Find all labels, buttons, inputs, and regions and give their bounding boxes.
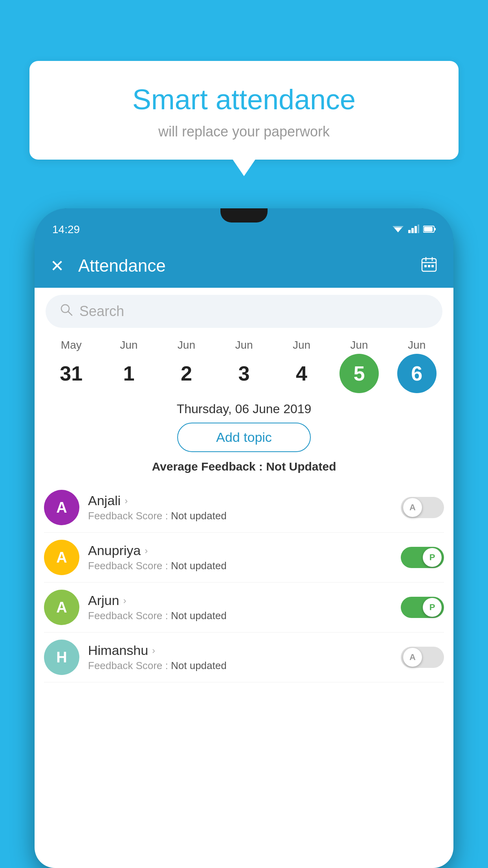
attendance-toggle[interactable]: P (401, 597, 444, 618)
list-item: H Himanshu › Feedback Score : Not update… (44, 633, 444, 682)
status-icons (392, 223, 436, 236)
calendar-day-4[interactable]: Jun 4 (276, 339, 327, 393)
speech-bubble: Smart attendance will replace your paper… (29, 61, 459, 160)
calendar-day-6[interactable]: Jun 6 (391, 339, 442, 393)
svg-point-16 (61, 305, 69, 313)
toggle-knob: P (423, 598, 442, 617)
list-item: A Anjali › Feedback Score : Not updated … (44, 483, 444, 533)
battery-icon (423, 224, 436, 236)
student-name: Arjun › (88, 593, 392, 608)
svg-rect-15 (431, 265, 434, 267)
speech-bubble-container: Smart attendance will replace your paper… (29, 61, 459, 160)
phone-screen: Search May 31 Jun 1 Jun 2 Jun 3 Jun (35, 288, 453, 868)
svg-rect-14 (428, 265, 430, 267)
svg-marker-1 (393, 226, 404, 232)
feedback-score: Feedback Score : Not updated (88, 510, 392, 522)
svg-rect-2 (408, 230, 411, 233)
calendar-day-2[interactable]: Jun 2 (161, 339, 212, 393)
chevron-right-icon: › (145, 545, 148, 556)
search-icon (60, 303, 73, 320)
avatar: A (44, 540, 79, 575)
svg-rect-8 (424, 227, 433, 232)
list-item: A Anupriya › Feedback Score : Not update… (44, 533, 444, 583)
student-name: Anjali › (88, 493, 392, 508)
notch (220, 208, 268, 223)
calendar-day-1[interactable]: Jun 1 (103, 339, 154, 393)
toggle-knob: P (423, 548, 442, 567)
list-item: A Arjun › Feedback Score : Not updated P (44, 583, 444, 633)
svg-rect-5 (418, 224, 419, 233)
feedback-score: Feedback Score : Not updated (88, 560, 392, 572)
close-button[interactable]: ✕ (50, 256, 64, 276)
feedback-score: Feedback Score : Not updated (88, 660, 392, 672)
status-time: 14:29 (52, 223, 80, 236)
calendar-day-0[interactable]: May 31 (46, 339, 97, 393)
svg-rect-13 (424, 265, 427, 267)
avatar: A (44, 490, 79, 525)
svg-rect-4 (415, 226, 417, 233)
chevron-right-icon: › (123, 595, 126, 606)
student-info[interactable]: Anupriya › Feedback Score : Not updated (88, 543, 392, 572)
app-bar: ✕ Attendance (35, 244, 453, 288)
avatar: A (44, 590, 79, 625)
student-info[interactable]: Himanshu › Feedback Score : Not updated (88, 643, 392, 672)
signal-icon (408, 223, 419, 236)
student-info[interactable]: Anjali › Feedback Score : Not updated (88, 493, 392, 522)
toggle-knob: A (403, 648, 422, 667)
chevron-right-icon: › (152, 645, 155, 656)
svg-rect-7 (434, 228, 436, 230)
chevron-right-icon: › (125, 495, 128, 506)
phone-frame: 14:29 (35, 208, 453, 868)
svg-line-17 (68, 312, 72, 315)
toggle-knob: A (403, 498, 422, 517)
add-topic-button[interactable]: Add topic (177, 423, 311, 452)
calendar-day-3[interactable]: Jun 3 (218, 339, 270, 393)
avg-feedback-value: Not Updated (266, 460, 336, 473)
student-list: A Anjali › Feedback Score : Not updated … (35, 483, 453, 682)
search-input-container[interactable]: Search (46, 295, 442, 328)
app-bar-title: Attendance (78, 256, 420, 276)
bubble-subtitle: will replace your paperwork (53, 123, 435, 140)
attendance-toggle[interactable]: A (401, 647, 444, 668)
avg-feedback-label: Average Feedback : (152, 460, 266, 473)
calendar-day-5[interactable]: Jun 5 (334, 339, 385, 393)
attendance-toggle[interactable]: A (401, 497, 444, 518)
avatar: H (44, 640, 79, 675)
status-bar: 14:29 (35, 208, 453, 244)
calendar-button[interactable] (420, 256, 438, 276)
search-bar: Search (35, 288, 453, 335)
wifi-icon (392, 223, 404, 236)
student-info[interactable]: Arjun › Feedback Score : Not updated (88, 593, 392, 622)
svg-rect-3 (411, 228, 414, 233)
calendar-strip: May 31 Jun 1 Jun 2 Jun 3 Jun 4 Jun 5 (35, 335, 453, 393)
search-placeholder-text: Search (79, 303, 124, 320)
bubble-title: Smart attendance (53, 83, 435, 116)
student-name: Himanshu › (88, 643, 392, 658)
feedback-score: Feedback Score : Not updated (88, 610, 392, 622)
attendance-toggle[interactable]: P (401, 547, 444, 568)
selected-date: Thursday, 06 June 2019 (35, 402, 453, 416)
avg-feedback: Average Feedback : Not Updated (35, 460, 453, 473)
student-name: Anupriya › (88, 543, 392, 558)
